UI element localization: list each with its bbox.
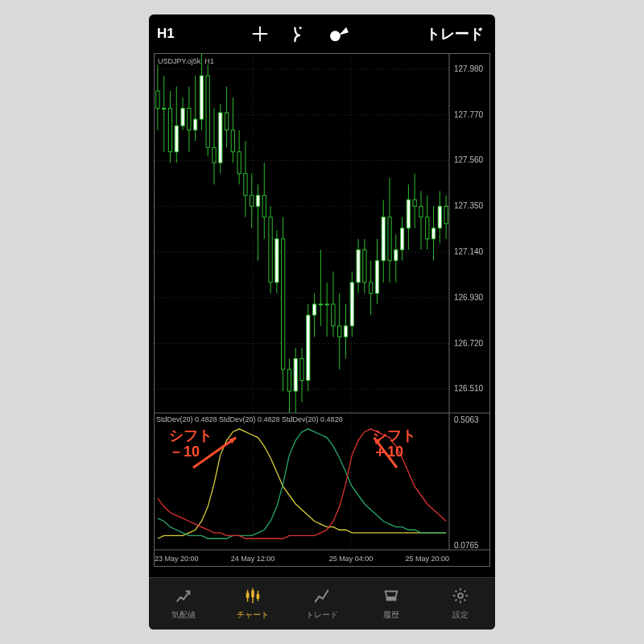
indicator-icon[interactable]	[290, 25, 308, 43]
trade-icon	[312, 587, 332, 608]
timeframe-button[interactable]: H1	[157, 26, 175, 42]
svg-rect-86	[338, 326, 341, 337]
top-toolbar: H1 トレード	[149, 14, 495, 53]
svg-rect-52	[231, 130, 234, 152]
svg-text:127.980: 127.980	[454, 64, 484, 73]
svg-rect-120	[444, 206, 448, 224]
svg-rect-78	[312, 304, 316, 316]
svg-text:25 May 20:00: 25 May 20:00	[405, 555, 449, 563]
svg-rect-58	[250, 196, 254, 207]
svg-text:127.350: 127.350	[454, 201, 484, 210]
tab-label: チャート	[237, 609, 269, 621]
svg-text:126.720: 126.720	[454, 339, 484, 348]
svg-line-148	[456, 600, 457, 601]
bottom-tabs: 気配値チャートトレード履歴設定	[149, 577, 495, 630]
svg-text:126.930: 126.930	[454, 293, 484, 302]
svg-text:126.510: 126.510	[454, 384, 484, 393]
svg-rect-118	[438, 206, 441, 228]
svg-rect-40	[193, 119, 196, 130]
svg-text:USDJPY.oj5k, H1: USDJPY.oj5k, H1	[158, 57, 214, 65]
svg-rect-54	[237, 152, 241, 174]
svg-rect-140	[386, 597, 397, 601]
svg-rect-102	[388, 217, 391, 261]
svg-rect-100	[382, 217, 385, 261]
svg-rect-50	[225, 113, 228, 130]
svg-text:25 May 04:00: 25 May 04:00	[329, 555, 374, 563]
svg-rect-70	[287, 369, 291, 391]
svg-rect-104	[394, 250, 398, 261]
svg-rect-34	[175, 126, 178, 151]
tab-history[interactable]: 履歴	[357, 578, 426, 630]
tab-label: 履歴	[383, 609, 399, 621]
svg-rect-62	[262, 196, 266, 217]
svg-rect-94	[363, 250, 366, 283]
svg-rect-137	[251, 591, 254, 597]
svg-rect-116	[431, 228, 435, 239]
trade-button[interactable]: トレード	[426, 24, 484, 43]
history-icon	[382, 587, 401, 608]
svg-rect-46	[213, 147, 216, 163]
svg-text:－10: －10	[169, 444, 200, 460]
svg-rect-30	[163, 109, 166, 109]
svg-rect-60	[256, 196, 259, 207]
svg-rect-56	[244, 174, 247, 196]
svg-rect-38	[188, 109, 191, 130]
svg-text:StdDev(20) 0.4828 StdDev(20) 0: StdDev(20) 0.4828 StdDev(20) 0.4828 StdD…	[156, 415, 343, 423]
svg-text:127.770: 127.770	[454, 110, 484, 119]
svg-rect-139	[257, 594, 260, 599]
svg-rect-42	[200, 76, 203, 119]
svg-rect-112	[419, 206, 423, 217]
svg-rect-88	[344, 326, 347, 337]
svg-rect-135	[246, 592, 250, 597]
svg-rect-36	[181, 109, 184, 126]
svg-rect-28	[156, 91, 159, 109]
tab-label: 気配値	[171, 609, 196, 621]
tab-trade[interactable]: トレード	[287, 578, 357, 630]
svg-rect-114	[426, 217, 429, 239]
svg-text:127.560: 127.560	[454, 155, 484, 164]
quotes-icon	[174, 587, 193, 608]
tab-label: 設定	[452, 609, 469, 621]
tab-quotes[interactable]: 気配値	[149, 578, 218, 630]
svg-text:24 May 12:00: 24 May 12:00	[231, 555, 275, 563]
svg-rect-44	[206, 76, 209, 147]
chart-area[interactable]: 126.510126.720126.930127.140127.350127.5…	[154, 53, 490, 567]
svg-text:0.0765: 0.0765	[454, 541, 479, 550]
settings-icon	[451, 587, 470, 608]
svg-rect-48	[219, 113, 222, 163]
svg-rect-92	[357, 250, 360, 283]
svg-line-146	[456, 591, 457, 592]
svg-rect-82	[325, 304, 328, 305]
svg-text:127.140: 127.140	[454, 247, 484, 256]
svg-line-149	[464, 591, 466, 592]
svg-rect-74	[300, 358, 303, 380]
svg-rect-32	[168, 109, 171, 152]
svg-rect-84	[332, 304, 335, 326]
tab-chart[interactable]: チャート	[218, 578, 287, 630]
tab-label: トレード	[306, 609, 338, 621]
crosshair-icon[interactable]	[251, 25, 269, 43]
svg-rect-106	[400, 228, 403, 250]
svg-rect-98	[375, 261, 378, 294]
tab-settings[interactable]: 設定	[426, 578, 495, 630]
chart-icon	[243, 587, 262, 608]
svg-rect-66	[275, 239, 279, 283]
svg-rect-80	[319, 304, 322, 305]
object-icon[interactable]	[328, 25, 349, 43]
svg-rect-76	[307, 315, 310, 380]
svg-point-2	[330, 31, 341, 41]
svg-point-141	[458, 593, 463, 598]
svg-rect-90	[350, 283, 353, 326]
svg-rect-72	[294, 358, 297, 391]
svg-text:0.5063: 0.5063	[454, 415, 479, 424]
svg-rect-96	[369, 283, 373, 294]
svg-line-147	[464, 600, 466, 601]
svg-text:23 May 20:00: 23 May 20:00	[155, 555, 199, 563]
svg-rect-108	[407, 200, 410, 228]
svg-rect-64	[269, 217, 272, 283]
svg-text:シフト: シフト	[169, 427, 213, 444]
svg-rect-110	[413, 200, 416, 206]
svg-rect-68	[281, 239, 284, 369]
